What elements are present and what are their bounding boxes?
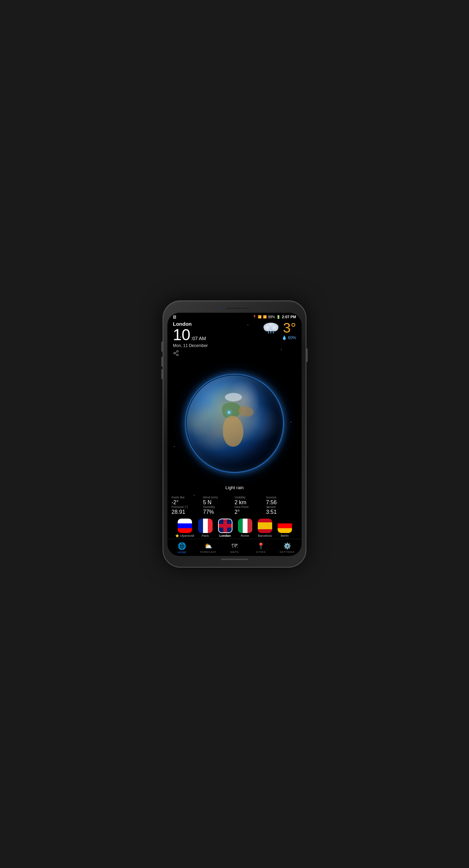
svg-point-7 — [270, 325, 278, 331]
sunrise-value: 7:56 — [266, 499, 297, 506]
weather-top-area: London 10 :07 AM Mon, 11 December — [167, 320, 302, 358]
flag-russia — [178, 519, 192, 533]
sunrise-label: Sunrise — [266, 496, 297, 499]
signal-icon: 📶 — [263, 315, 267, 319]
visibility-value: 2 km — [234, 499, 266, 506]
humidity-value: 77% — [203, 509, 234, 515]
svg-rect-9 — [270, 331, 271, 333]
battery-icon: 🔋 — [276, 315, 280, 319]
screen-content: 🖼 📍 📶 📶 89% 🔋 2:07 PM London — [167, 313, 302, 556]
sunset-item: Sunset 3:51 — [266, 505, 297, 515]
time-minutes: :07 AM — [191, 336, 206, 341]
svg-rect-8 — [268, 331, 269, 333]
nav-maps[interactable]: 🗺 MAPS — [226, 543, 243, 554]
nav-cities[interactable]: 📍 CITIES — [252, 542, 269, 554]
visibility-item: Visibility 2 km — [234, 496, 266, 506]
home-indicator — [221, 559, 248, 560]
precipitation-value: 60% — [288, 335, 296, 340]
humidity-label: Humidity — [203, 505, 234, 509]
feels-like-value: -2° — [172, 499, 203, 506]
pressure-value: 28.91 — [172, 509, 203, 515]
svg-point-6 — [264, 325, 271, 331]
flag-france — [198, 519, 213, 533]
globe-glow — [185, 374, 284, 473]
globe-container[interactable]: Light rain — [167, 354, 302, 493]
city-item-berlin[interactable]: Berlin — [276, 519, 294, 537]
city-item-barcelona[interactable]: Barcelona — [256, 519, 274, 537]
weather-right: 3° 💧 60% — [262, 321, 296, 340]
wind-label: Wind (m/s) — [203, 496, 234, 499]
feels-like-item: Feels like -2° — [172, 496, 203, 506]
bottom-navigation: 🌐 HOME ⛅ FORECAST 🗺 MAPS 📍 CITIES — [167, 539, 302, 556]
flag-uk — [218, 519, 232, 533]
sunrise-item: Sunrise 7:56 — [266, 496, 297, 506]
svg-point-0 — [177, 351, 178, 352]
nav-settings[interactable]: ⚙️ SETTINGS — [279, 542, 296, 554]
flag-berlin — [278, 519, 292, 533]
pressure-item: Pressure (") 28.91 — [172, 505, 203, 515]
weather-details: Feels like -2° Wind (m/s) 5 N Visibility… — [167, 493, 302, 517]
weather-cloud-icon — [262, 321, 280, 335]
precipitation-display: 💧 60% — [282, 335, 296, 340]
share-button[interactable] — [173, 350, 208, 358]
dewpoint-label: Dew Point — [234, 505, 266, 509]
temperature-display: 3° — [283, 321, 296, 335]
raindrop-icon: 💧 — [282, 335, 287, 340]
settings-label: SETTINGS — [280, 550, 295, 554]
weather-condition-label: Light rain — [225, 485, 243, 490]
visibility-label: Visibility — [234, 496, 266, 499]
status-right: 📍 📶 📶 89% 🔋 2:07 PM — [253, 315, 296, 319]
city-label-ulyanovsk: ⭐ Ulyanovsk — [175, 534, 194, 537]
city-selector: ⭐ Ulyanovsk Paris London — [167, 517, 302, 539]
location-icon: 📍 — [253, 315, 256, 319]
maps-label: MAPS — [230, 550, 239, 554]
dewpoint-item: Dew Point 2° — [234, 505, 266, 515]
wind-item: Wind (m/s) 5 N — [203, 496, 234, 506]
city-label-barcelona: Barcelona — [258, 534, 272, 537]
image-icon: 🖼 — [173, 315, 176, 319]
nav-forecast[interactable]: ⛅ FORECAST — [200, 542, 217, 554]
nav-home[interactable]: 🌐 HOME — [173, 542, 190, 554]
flag-spain — [258, 519, 272, 533]
svg-line-3 — [175, 354, 177, 355]
uk-cross — [219, 519, 232, 532]
wind-value: 5 N — [203, 499, 234, 506]
location-time: London 10 :07 AM Mon, 11 December — [173, 321, 208, 358]
status-time: 2:07 PM — [282, 315, 296, 319]
camera-sensor — [219, 307, 223, 310]
city-item-ulyanovsk[interactable]: ⭐ Ulyanovsk — [175, 519, 194, 537]
phone-device: 🖼 📍 📶 📶 89% 🔋 2:07 PM London — [163, 300, 306, 568]
time-hours: 10 — [173, 327, 190, 343]
svg-rect-10 — [273, 331, 274, 333]
svg-line-4 — [175, 352, 177, 353]
city-item-rome[interactable]: Rome — [236, 519, 254, 537]
city-label-london: London — [219, 534, 231, 537]
home-label: HOME — [177, 551, 186, 554]
city-item-paris[interactable]: Paris — [197, 519, 214, 537]
maps-icon: 🗺 — [231, 543, 238, 550]
date-display: Mon, 11 December — [173, 343, 208, 348]
feels-like-label: Feels like — [172, 496, 203, 499]
phone-top-bar — [167, 307, 302, 313]
flag-italy — [238, 519, 252, 533]
city-label-berlin: Berlin — [281, 534, 289, 537]
pressure-label: Pressure (") — [172, 505, 203, 509]
dewpoint-value: 2° — [234, 509, 266, 515]
svg-point-1 — [174, 352, 175, 354]
phone-screen: 🖼 📍 📶 📶 89% 🔋 2:07 PM London — [167, 313, 302, 556]
phone-bottom-bar — [167, 556, 302, 561]
humidity-item: Humidity 77% — [203, 505, 234, 515]
battery-level: 89% — [268, 315, 275, 319]
city-label-paris: Paris — [202, 534, 209, 537]
city-label-rome: Rome — [241, 534, 249, 537]
speaker-grille — [226, 307, 250, 309]
time-display: 10 :07 AM — [173, 327, 208, 343]
city-item-london[interactable]: London — [216, 519, 234, 537]
svg-point-2 — [177, 354, 178, 356]
settings-icon: ⚙️ — [283, 542, 291, 550]
home-icon: 🌐 — [178, 542, 186, 550]
sunset-value: 3:51 — [266, 509, 297, 515]
status-bar: 🖼 📍 📶 📶 89% 🔋 2:07 PM — [167, 313, 302, 320]
sunset-label: Sunset — [266, 505, 297, 509]
content-layer: 🖼 📍 📶 📶 89% 🔋 2:07 PM London — [167, 313, 302, 556]
